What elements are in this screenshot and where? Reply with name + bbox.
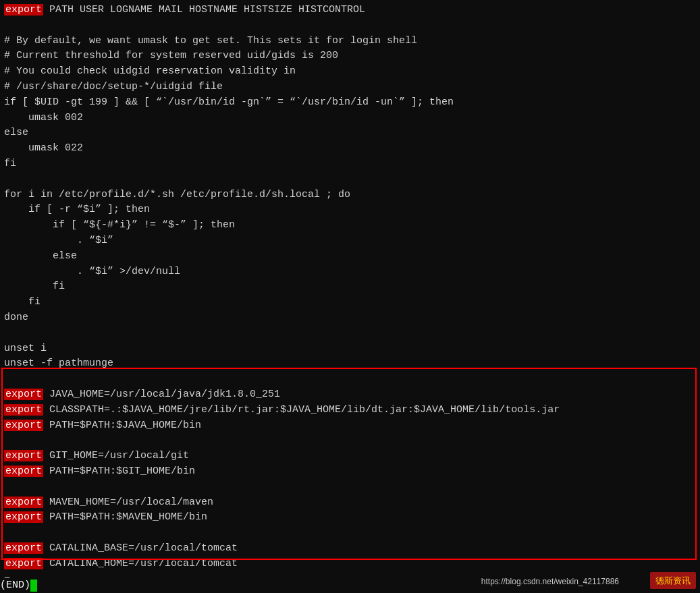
code-for: for i in /etc/profile.d/*.sh /etc/profil… [4, 188, 696, 203]
export-keyword-catalina-base: export [4, 542, 43, 554]
code-fi-1: fi [4, 157, 696, 172]
blank-23 [4, 372, 696, 387]
export-keyword-maven: export [4, 497, 43, 508]
code-if: if [ $UID -gt 199 ] && [ “`/usr/bin/id -… [4, 95, 696, 111]
export-keyword-java: export [4, 389, 43, 400]
code-unset-f: unset -f pathmunge [4, 356, 696, 372]
line-catalina-home: export CATALINA_HOME=/usr/local/tomcat [4, 557, 696, 572]
blank-box-2 [4, 480, 696, 495]
end-label: (END) [0, 578, 37, 594]
code-fi-outer: fi [4, 295, 696, 310]
export-keyword-path-maven: export [4, 511, 43, 523]
export-keyword-path-git: export [4, 465, 43, 477]
comment-6: # /usr/share/doc/setup-*/uidgid file [4, 80, 696, 95]
code-done: done [4, 310, 696, 326]
export-keyword-path-java: export [4, 420, 43, 431]
code-if-r: if [ -r “$i” ]; then [4, 202, 696, 218]
line-path-git: export PATH=$PATH:$GIT_HOME/bin [4, 464, 696, 480]
export-keyword-catalina-home: export [4, 558, 43, 569]
blank-10 [4, 172, 696, 188]
code-if-hash: if [ “${-#*i}” != “$-” ]; then [4, 218, 696, 233]
line-git-home: export GIT_HOME=/usr/local/git [4, 449, 696, 464]
end-text: (END) [0, 578, 30, 594]
code-dot-i: . “$i” [4, 233, 696, 249]
blank-20 [4, 326, 696, 341]
line-1: export PATH USER LOGNAME MAIL HOSTNAME H… [4, 3, 696, 18]
blank-2 [4, 18, 696, 34]
url-text: https://blog.csdn.net/weixin_42117886 [481, 575, 619, 588]
comment-3: # By default, we want umask to get set. … [4, 34, 696, 49]
export-keyword-classpath: export [4, 404, 43, 416]
code-umask-022: umask 022 [4, 141, 696, 157]
watermark: 德斯资讯 [650, 572, 696, 590]
code-else-2: else [4, 249, 696, 264]
comment-4: # Current threshold for system reserved … [4, 49, 696, 64]
code-else: else [4, 125, 696, 141]
blank-box-3 [4, 526, 696, 541]
code-unset-i: unset i [4, 341, 696, 357]
comment-5: # You could check uidgid reservation val… [4, 64, 696, 80]
code-fi-inner: fi [4, 279, 696, 295]
code-umask-002: umask 002 [4, 111, 696, 126]
code-dot-i-null: . “$i” >/dev/null [4, 264, 696, 280]
blank-box-1 [4, 433, 696, 449]
line-path-java: export PATH=$PATH:$JAVA_HOME/bin [4, 418, 696, 434]
line-catalina-base: export CATALINA_BASE=/usr/local/tomcat [4, 541, 696, 557]
line-path-maven: export PATH=$PATH:$MAVEN_HOME/bin [4, 510, 696, 526]
line-maven-home: export MAVEN_HOME=/usr/local/maven [4, 495, 696, 511]
export-keyword-git: export [4, 450, 43, 461]
line-classpath: export CLASSPATH=.:$JAVA_HOME/jre/lib/rt… [4, 403, 696, 418]
export-keyword-1: export [4, 4, 43, 16]
line-java-home: export JAVA_HOME=/usr/local/java/jdk1.8.… [4, 387, 696, 403]
terminal: export PATH USER LOGNAME MAIL HOSTNAME H… [0, 0, 700, 593]
line-1-rest: PATH USER LOGNAME MAIL HOSTNAME HISTSIZE… [43, 4, 365, 16]
cursor [30, 580, 37, 592]
